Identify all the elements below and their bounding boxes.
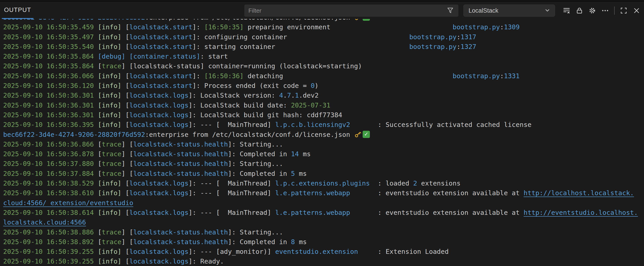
log-segment: 1327 bbox=[460, 43, 476, 50]
log-segment: ] [ bbox=[122, 140, 133, 148]
file-link[interactable]: bootstrap.py bbox=[409, 43, 456, 50]
log-line: 2025-09-10 16:50:35.864 [debug] [contain… bbox=[3, 52, 644, 61]
log-segment: ] [ bbox=[122, 160, 133, 167]
panel-top-border bbox=[0, 0, 644, 1]
log-segment bbox=[94, 72, 98, 80]
maximize-panel-icon[interactable] bbox=[619, 6, 628, 15]
log-segment: [ bbox=[122, 179, 130, 187]
log-segment: [ bbox=[94, 150, 102, 158]
log-segment: trace bbox=[102, 150, 122, 158]
log-line: 2025-09-10 16:50:38.610 [info] [localsta… bbox=[3, 188, 644, 198]
log-segment: [ bbox=[122, 72, 130, 80]
log-segment: 5 bbox=[291, 170, 295, 177]
log-segment: localstack.logs bbox=[130, 102, 188, 109]
tab-output-label: OUTPUT bbox=[4, 6, 31, 13]
log-segment: ]: Completed in bbox=[228, 170, 291, 177]
log-segment: 2025-09-10 16:50:36.301 bbox=[3, 92, 94, 99]
log-segment: [ bbox=[122, 258, 130, 265]
log-segment: [ bbox=[94, 160, 102, 167]
log-segment: 2025-09-10 16:50:35.459 bbox=[3, 23, 94, 31]
log-segment: 2025-09-10 16:50:38.614 bbox=[3, 209, 94, 216]
settings-gear-icon[interactable] bbox=[588, 6, 597, 15]
clear-output-button[interactable] bbox=[562, 6, 571, 15]
log-segment: ]: Completed in bbox=[228, 150, 291, 158]
url-link[interactable]: http://eventstudio.localhost. bbox=[524, 209, 638, 216]
log-segment: [info] bbox=[98, 23, 122, 31]
log-spacer bbox=[370, 179, 378, 187]
log-spacer bbox=[350, 121, 378, 129]
log-segment: ]: Starting... bbox=[228, 228, 283, 236]
log-segment: l.p.c.extensions.plugins bbox=[275, 179, 370, 187]
log-segment: [ bbox=[122, 23, 130, 31]
log-segment: eventstudio.extension bbox=[275, 248, 358, 256]
tab-output[interactable]: OUTPUT bbox=[2, 2, 34, 19]
log-segment: 8 bbox=[291, 238, 295, 246]
log-line: bec66f22-3d4e-4274-9206-28820f76d592:ent… bbox=[3, 130, 644, 139]
log-segment: l.e.patterns.webapp bbox=[275, 209, 350, 216]
log-segment: : loaded bbox=[378, 179, 413, 187]
log-segment: [16:50:35] bbox=[204, 23, 244, 31]
log-segment: [ bbox=[94, 228, 102, 236]
log-line: 2025-09-10 16:50:38.886 [trace] [localst… bbox=[3, 228, 644, 237]
log-segment: 2025-09-10 16:50:36.120 bbox=[3, 82, 94, 90]
log-segment: localstack.logs bbox=[130, 179, 188, 187]
log-segment: 1 bbox=[295, 92, 299, 99]
log-segment: localstack-status.health bbox=[133, 160, 228, 167]
output-panel: OUTPUT LocalStack bbox=[0, 0, 644, 266]
log-segment: 2025-09-10 16:50:39.255 bbox=[3, 248, 94, 256]
log-segment: ]: --- [ady_monitor)] bbox=[188, 248, 275, 256]
log-segment: [ bbox=[122, 92, 130, 99]
log-segment: localstack.logs bbox=[130, 189, 188, 197]
log-segment: ] [localstack-status] container=running … bbox=[122, 62, 362, 70]
log-segment: : start bbox=[200, 52, 228, 60]
log-segment bbox=[94, 102, 98, 109]
log-segment: localstack.logs bbox=[130, 209, 188, 216]
log-segment: 2025-09-10 16:50:36.301 bbox=[3, 111, 94, 119]
filter-input[interactable] bbox=[248, 7, 446, 14]
log-segment: [info] bbox=[98, 33, 122, 41]
filter-funnel-icon[interactable] bbox=[446, 6, 455, 15]
log-spacer bbox=[283, 72, 453, 80]
log-segment: .dev2 bbox=[299, 92, 318, 99]
log-segment: localstack.logs bbox=[130, 111, 188, 119]
more-actions-icon[interactable] bbox=[600, 6, 610, 15]
log-segment: [16:50:36] bbox=[204, 72, 244, 80]
log-line: 2025-09-10 16:50:36.878 [trace] [localst… bbox=[3, 149, 644, 159]
close-panel-icon[interactable] bbox=[632, 6, 641, 15]
log-spacer bbox=[275, 43, 410, 50]
log-segment: ]: --- [ MainThread] bbox=[188, 121, 275, 129]
log-segment: [ bbox=[122, 82, 130, 90]
log-line: bec66f22-3d4e-4274-9206-28820f76d592:ent… bbox=[3, 19, 644, 22]
log-segment: [ bbox=[122, 248, 130, 256]
log-segment bbox=[94, 33, 98, 41]
filter-box[interactable] bbox=[244, 4, 458, 17]
log-segment: ms bbox=[299, 150, 311, 158]
log-segment: localstack-status.health bbox=[133, 150, 228, 158]
log-segment: [container.status] bbox=[130, 52, 200, 60]
log-line: localstack.cloud:4566 bbox=[3, 218, 644, 227]
url-link[interactable]: http://localhost.localstack. bbox=[524, 189, 634, 197]
log-line: cloud:4566/_extension/eventstudio bbox=[3, 198, 644, 208]
log-segment: 2025-09-10 16:50:36.395 bbox=[3, 121, 94, 129]
log-segment: ) bbox=[314, 82, 318, 90]
log-segment: localstack-status.health bbox=[133, 238, 228, 246]
log-segment: ]: LocalStack build git hash: cddf77384 bbox=[188, 111, 342, 119]
log-segment: preparing environment bbox=[244, 23, 330, 31]
log-line: 2025-09-10 16:50:36.301 [info] [localsta… bbox=[3, 101, 644, 110]
log-segment: [ bbox=[122, 189, 130, 197]
url-link[interactable]: localstack.cloud:4566 bbox=[3, 218, 86, 226]
log-segment: trace bbox=[102, 228, 122, 236]
url-link[interactable]: cloud:4566/_extension/eventstudio bbox=[3, 199, 133, 207]
log-segment bbox=[94, 82, 98, 90]
channel-dropdown[interactable]: LocalStack bbox=[463, 4, 555, 17]
log-segment: [debug] bbox=[98, 52, 125, 60]
file-link[interactable]: bootstrap.py bbox=[452, 72, 500, 80]
log-segment: localstack.start bbox=[130, 23, 192, 31]
log-segment: ] [ bbox=[122, 228, 133, 236]
log-segment: l.e.patterns.webapp bbox=[275, 189, 350, 197]
log-segment: localstack-status.health bbox=[133, 228, 228, 236]
file-link[interactable]: bootstrap.py bbox=[409, 33, 456, 41]
log-viewport[interactable]: bec66f22-3d4e-4274-9206-28820f76d592:ent… bbox=[0, 19, 644, 266]
file-link[interactable]: bootstrap.py bbox=[452, 23, 500, 31]
lock-scroll-button[interactable] bbox=[575, 6, 584, 15]
